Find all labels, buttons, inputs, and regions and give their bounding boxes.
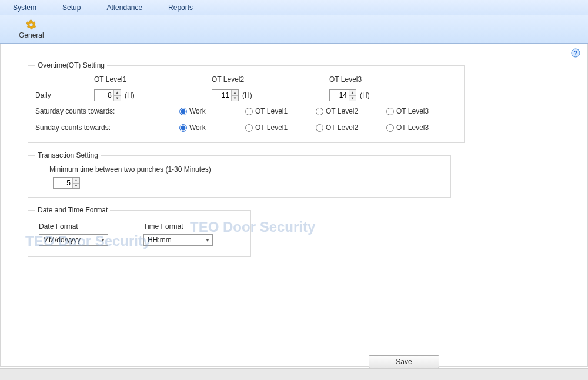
spin-down-icon[interactable]: ▼ (349, 96, 356, 101)
ot-level3-input[interactable] (330, 90, 349, 101)
save-button[interactable]: Save (369, 355, 439, 368)
statusbar (0, 368, 588, 380)
min-time-spinner[interactable]: ▲▼ (53, 177, 80, 189)
toolbar: General (0, 15, 588, 44)
help-icon[interactable]: ? (571, 48, 580, 58)
spin-up-icon[interactable]: ▲ (73, 178, 79, 184)
ot-level2-spinner[interactable]: ▲▼ (212, 89, 239, 101)
sunday-ot2[interactable]: OT Level2 (316, 124, 386, 132)
date-format-combo[interactable]: MM/dd/yyyy ▼ (39, 234, 108, 246)
saturday-ot2[interactable]: OT Level2 (316, 107, 386, 115)
menubar: System Setup Attendance Reports (0, 0, 588, 15)
content-panel: ? Overtime(OT) Setting OT Level1 OT Leve… (0, 44, 588, 367)
time-format-value: HH:mm (148, 236, 172, 244)
min-time-input[interactable] (54, 178, 72, 188)
ot-level1-spinner[interactable]: ▲▼ (94, 89, 121, 101)
general-button[interactable]: General (19, 19, 44, 39)
time-format-combo[interactable]: HH:mm ▼ (143, 234, 213, 246)
spin-up-icon[interactable]: ▲ (232, 90, 238, 96)
overtime-fieldset: Overtime(OT) Setting OT Level1 OT Level2… (28, 61, 465, 143)
ot-header-3: OT Level3 (329, 75, 447, 84)
saturday-label: Saturday counts towards: (35, 107, 179, 115)
ot-header-1: OT Level1 (94, 75, 212, 84)
ot-level1-input[interactable] (95, 90, 113, 101)
menu-attendance[interactable]: Attendance (104, 1, 154, 14)
transaction-legend: Transaction Setting (35, 151, 101, 159)
sunday-work[interactable]: Work (179, 124, 245, 132)
time-format-label: Time Format (143, 222, 213, 231)
menu-system[interactable]: System (11, 1, 48, 14)
datetime-fieldset: Date and Time Format Date Format MM/dd/y… (28, 206, 251, 257)
sunday-ot3[interactable]: OT Level3 (386, 124, 457, 132)
gear-icon (26, 19, 36, 30)
ot-level3-spinner[interactable]: ▲▼ (329, 89, 356, 101)
saturday-ot1[interactable]: OT Level1 (245, 107, 316, 115)
transaction-fieldset: Transaction Setting Minimum time between… (28, 151, 451, 198)
general-label: General (19, 31, 44, 39)
menu-reports[interactable]: Reports (166, 1, 205, 14)
unit-label: (H) (360, 91, 370, 99)
sunday-ot1[interactable]: OT Level1 (245, 124, 316, 132)
ot-level2-input[interactable] (212, 90, 231, 101)
spin-up-icon[interactable]: ▲ (114, 90, 121, 96)
date-format-value: MM/dd/yyyy (43, 236, 81, 244)
chevron-down-icon: ▼ (203, 238, 212, 243)
unit-label: (H) (242, 91, 252, 99)
spin-down-icon[interactable]: ▼ (114, 96, 121, 101)
chevron-down-icon: ▼ (98, 238, 108, 243)
overtime-legend: Overtime(OT) Setting (35, 61, 107, 69)
svg-text:?: ? (574, 50, 577, 56)
daily-label: Daily (35, 91, 94, 99)
datetime-legend: Date and Time Format (35, 206, 110, 214)
saturday-work[interactable]: Work (179, 107, 245, 115)
ot-header-2: OT Level2 (212, 75, 329, 84)
unit-label: (H) (125, 91, 135, 99)
spin-down-icon[interactable]: ▼ (232, 96, 238, 101)
saturday-ot3[interactable]: OT Level3 (386, 107, 457, 115)
spin-down-icon[interactable]: ▼ (73, 184, 79, 189)
sunday-label: Sunday counts towards: (35, 124, 179, 132)
date-format-label: Date Format (39, 222, 108, 231)
menu-setup[interactable]: Setup (60, 1, 92, 14)
transaction-label: Minimum time between two punches (1-30 M… (35, 165, 443, 174)
spin-up-icon[interactable]: ▲ (349, 90, 356, 96)
